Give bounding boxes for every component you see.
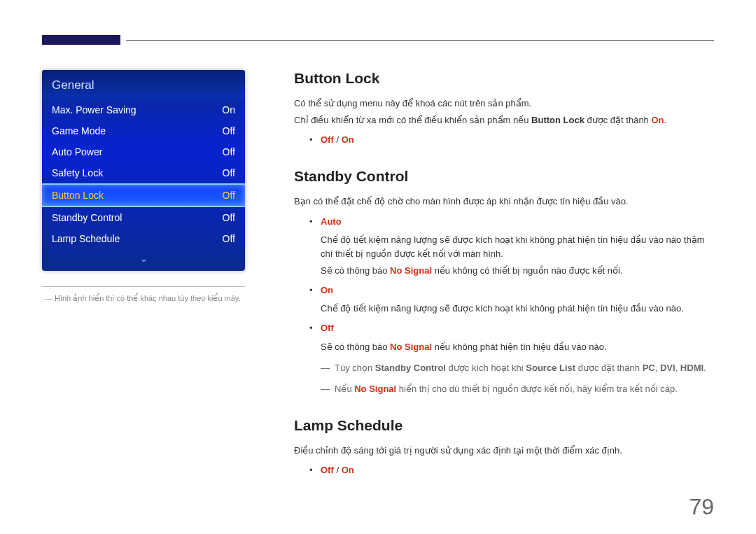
option-text: Off / On	[321, 133, 354, 147]
option-label: Auto	[321, 215, 342, 229]
osd-value: Off	[223, 125, 235, 136]
osd-value: Off	[223, 212, 235, 223]
bullet-icon: •	[309, 283, 321, 297]
osd-label: Lamp Schedule	[52, 233, 120, 244]
page-body: General Max. Power Saving On Game Mode O…	[42, 70, 714, 506]
osd-value: Off	[223, 167, 235, 178]
top-bar	[42, 35, 714, 45]
osd-value: Off	[223, 233, 235, 244]
osd-label: Game Mode	[52, 125, 106, 136]
osd-row-lamp-schedule[interactable]: Lamp Schedule Off	[42, 228, 245, 249]
dash-icon: ―	[321, 382, 335, 396]
osd-label: Standby Control	[52, 212, 122, 223]
bullet-icon: •	[309, 133, 321, 147]
section-heading-lamp-schedule: Lamp Schedule	[294, 417, 714, 434]
osd-value: Off	[223, 146, 235, 157]
dash-icon: ―	[42, 293, 55, 304]
section-heading-button-lock: Button Lock	[294, 70, 714, 87]
osd-row-max-power-saving[interactable]: Max. Power Saving On	[42, 99, 245, 120]
bullet-icon: •	[309, 215, 321, 229]
right-column: Button Lock Có thể sử dụng menu này để k…	[280, 70, 714, 506]
osd-scroll-down-icon[interactable]: ⌄	[42, 249, 245, 271]
caption-rule	[42, 286, 245, 287]
lamp-desc: Điều chỉnh độ sáng tới giá trị người sử …	[294, 444, 714, 458]
osd-row-safety-lock[interactable]: Safety Lock Off	[42, 162, 245, 183]
osd-label: Auto Power	[52, 146, 102, 157]
osd-row-button-lock[interactable]: Button Lock Off	[42, 183, 245, 207]
caption-text: Hình ảnh hiển thị có thể khác nhau tùy t…	[55, 293, 241, 304]
standby-note-2: ― Nếu No Signal hiển thị cho dù thiết bị…	[321, 382, 714, 396]
page-number: 79	[689, 494, 714, 520]
section-heading-standby-control: Standby Control	[294, 168, 714, 185]
osd-row-auto-power[interactable]: Auto Power Off	[42, 141, 245, 162]
standby-option-auto: • Auto	[309, 215, 714, 229]
osd-caption: ― Hình ảnh hiển thị có thể khác nhau tùy…	[42, 293, 252, 304]
standby-off-desc: Sẽ có thông báo No Signal nếu không phát…	[321, 340, 714, 354]
option-text: Off / On	[321, 463, 354, 477]
button-lock-desc-1: Có thể sử dụng menu này để khoá các nút …	[294, 97, 714, 111]
option-label: Off	[321, 321, 334, 335]
standby-on-desc: Chế độ tiết kiệm năng lượng sẽ được kích…	[321, 302, 714, 316]
dash-icon: ―	[321, 361, 335, 375]
osd-label: Max. Power Saving	[52, 104, 136, 115]
standby-desc: Bạn có thể đặt chế độ chờ cho màn hình đ…	[294, 195, 714, 209]
osd-value: Off	[223, 190, 235, 201]
button-lock-desc-2: Chỉ điều khiển từ xa mới có thể điều khi…	[294, 113, 714, 127]
osd-value: On	[222, 104, 235, 115]
button-lock-options: • Off / On	[309, 133, 714, 147]
left-column: General Max. Power Saving On Game Mode O…	[42, 70, 280, 506]
bullet-icon: •	[309, 321, 321, 335]
chapter-accent-bar	[42, 35, 120, 45]
standby-auto-desc-1: Chế độ tiết kiệm năng lượng sẽ được kích…	[321, 233, 714, 261]
standby-note-1: ― Tùy chọn Standby Control được kích hoạ…	[321, 361, 714, 375]
osd-label: Button Lock	[52, 190, 104, 201]
lamp-options: • Off / On	[309, 463, 714, 477]
osd-menu-title: General	[42, 70, 245, 99]
standby-option-on: • On	[309, 283, 714, 297]
option-label: On	[321, 283, 333, 297]
osd-label: Safety Lock	[52, 167, 103, 178]
bullet-icon: •	[309, 463, 321, 477]
standby-auto-desc-2: Sẽ có thông báo No Signal nếu không có t…	[321, 264, 714, 278]
osd-menu: General Max. Power Saving On Game Mode O…	[42, 70, 245, 271]
standby-option-off: • Off	[309, 321, 714, 335]
osd-row-standby-control[interactable]: Standby Control Off	[42, 207, 245, 228]
top-rule	[126, 40, 714, 41]
osd-row-game-mode[interactable]: Game Mode Off	[42, 120, 245, 141]
